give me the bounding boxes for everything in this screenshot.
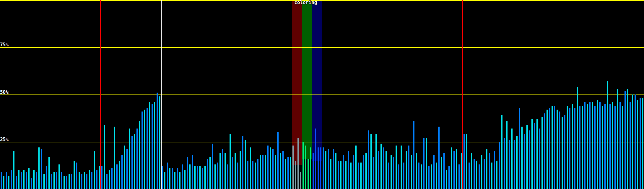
bar <box>159 96 160 189</box>
bar <box>292 146 294 189</box>
bar <box>408 146 409 189</box>
bar <box>315 129 316 189</box>
bar <box>172 168 173 189</box>
bar <box>567 106 568 189</box>
bar <box>310 147 311 189</box>
bar <box>136 129 138 189</box>
bar <box>257 159 258 189</box>
bar <box>295 161 296 189</box>
bar <box>431 164 432 189</box>
bar <box>126 149 128 189</box>
bar <box>71 174 72 189</box>
bar <box>262 155 264 189</box>
y-tick-25: 25% <box>0 137 8 142</box>
bar <box>398 164 399 189</box>
bar <box>38 147 40 189</box>
bar <box>325 151 326 189</box>
bar <box>109 170 110 189</box>
bar <box>182 164 183 189</box>
bar <box>476 161 477 189</box>
bar <box>313 153 314 189</box>
bar <box>124 146 125 189</box>
bar <box>619 102 621 189</box>
bar <box>501 115 502 189</box>
bar <box>197 166 198 189</box>
bar <box>572 104 573 189</box>
bar <box>250 147 251 189</box>
bar <box>428 166 430 189</box>
bar <box>443 153 445 189</box>
bar <box>267 146 269 189</box>
bar <box>222 149 223 189</box>
bar <box>255 163 256 189</box>
bar <box>391 155 392 189</box>
bar <box>179 172 180 189</box>
bar <box>614 106 616 189</box>
bar <box>152 104 153 189</box>
bar <box>338 161 339 189</box>
bar <box>192 155 193 189</box>
bar <box>79 172 80 189</box>
bar <box>23 170 25 189</box>
bar <box>471 153 472 189</box>
bar <box>121 155 123 189</box>
bar <box>21 172 22 189</box>
bar <box>642 98 643 189</box>
bar <box>345 161 347 189</box>
bar <box>378 151 379 189</box>
bar <box>418 163 419 189</box>
bar <box>162 166 163 189</box>
bar <box>441 157 442 189</box>
bar <box>189 164 191 189</box>
bar <box>509 140 510 189</box>
bar <box>368 130 369 189</box>
bar <box>609 104 611 189</box>
bar <box>51 174 52 189</box>
bar <box>58 164 60 189</box>
bar <box>204 166 206 189</box>
bar <box>207 159 208 189</box>
bar <box>240 151 241 189</box>
bar <box>355 146 357 189</box>
bar <box>637 100 638 189</box>
bar <box>569 108 570 189</box>
bar <box>358 163 359 189</box>
bar <box>531 119 533 189</box>
bar <box>101 166 103 189</box>
bar <box>363 155 364 189</box>
bar <box>403 163 404 189</box>
bar <box>436 163 437 189</box>
bar <box>388 163 389 189</box>
bar <box>114 127 115 189</box>
bar <box>147 108 148 189</box>
bar <box>549 108 550 189</box>
bar <box>81 174 82 189</box>
bar <box>131 136 133 189</box>
bars-layer <box>0 0 644 189</box>
bar <box>632 94 633 189</box>
bar <box>448 166 450 189</box>
bar <box>461 153 462 189</box>
bar <box>154 102 155 189</box>
bar <box>516 136 518 189</box>
bar <box>353 155 354 189</box>
bar <box>104 125 105 189</box>
bar <box>592 102 593 189</box>
bar <box>8 176 9 189</box>
bar <box>232 157 233 189</box>
bar <box>383 147 384 189</box>
bar <box>333 149 334 189</box>
bar <box>18 170 19 189</box>
bar <box>99 166 100 189</box>
bar <box>584 102 586 189</box>
bar <box>413 121 414 189</box>
bar <box>330 159 331 189</box>
bar <box>464 134 465 189</box>
bar <box>564 115 565 189</box>
bar <box>11 170 12 189</box>
bar <box>297 138 299 189</box>
bar <box>290 157 291 189</box>
bar <box>514 140 515 189</box>
bar <box>199 166 201 189</box>
bar <box>607 81 608 189</box>
